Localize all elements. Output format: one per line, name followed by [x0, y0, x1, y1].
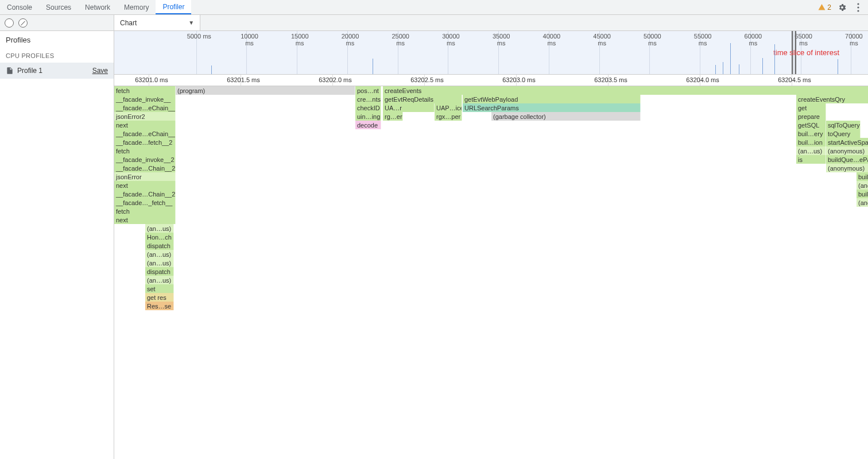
chevron-down-icon: ▼	[188, 20, 194, 26]
flame-bar[interactable]: __facade…Chain__2	[114, 190, 176, 198]
flame-bar[interactable]: getEvtWebPayload	[463, 95, 641, 103]
flame-bar[interactable]: jsonError2	[114, 112, 176, 121]
overview-spike	[730, 43, 731, 74]
flame-bar[interactable]: buil…ams	[857, 172, 868, 181]
flame-bar[interactable]: sqlToQuery	[826, 121, 861, 129]
flame-bar[interactable]: next	[114, 215, 176, 224]
overview-timeline[interactable]: 5000 ms10000 ms15000 ms20000 ms25000 ms3…	[114, 31, 868, 75]
overview-tick: 45000 ms	[599, 31, 600, 74]
tab-memory[interactable]: Memory	[117, 0, 156, 14]
flame-bar[interactable]: UAP…ice	[435, 103, 462, 112]
profiler-toolbar: Chart ▼	[0, 15, 868, 31]
flame-bar[interactable]: uin…ing	[355, 112, 381, 121]
ruler-tick: 63204.5 ms	[792, 75, 792, 86]
flame-bar[interactable]: (anonymous)	[826, 164, 868, 172]
flame-bar[interactable]: (ano…us)	[857, 181, 868, 190]
flame-bar[interactable]: next	[114, 181, 176, 190]
flame-bar[interactable]: rgx…per	[435, 112, 462, 121]
flame-bar[interactable]: dispatch	[145, 267, 174, 276]
overview-spike	[373, 59, 373, 74]
flame-bar[interactable]: prepare	[796, 112, 826, 121]
overview-tick: 70000 ms	[851, 31, 851, 74]
flame-bar[interactable]: startActiveSpan	[826, 138, 868, 146]
record-button[interactable]	[5, 18, 14, 28]
flame-bar[interactable]: (an…us)	[796, 146, 826, 155]
tab-profiler[interactable]: Profiler	[156, 0, 191, 14]
flame-bar[interactable]: __facade_invoke__2	[114, 155, 176, 164]
flame-bar[interactable]: is	[796, 155, 826, 164]
warning-count[interactable]: 2	[818, 3, 831, 11]
flame-bar[interactable]: next	[114, 121, 176, 129]
profile-item[interactable]: Profile 1 Save	[0, 63, 114, 79]
flame-bar[interactable]: set	[145, 284, 174, 293]
flame-bar[interactable]: __facade…Chain__2	[114, 164, 176, 172]
flame-bar[interactable]: (an…us)	[145, 250, 174, 259]
flame-bar[interactable]: pos…nt	[355, 86, 381, 95]
flame-bar[interactable]: (ano…us)	[857, 198, 868, 207]
flame-bar[interactable]: (an…us)	[145, 224, 174, 233]
clear-button[interactable]	[18, 18, 28, 28]
flame-bar[interactable]: Res…se	[145, 302, 174, 310]
flame-bar[interactable]: getSQL	[796, 121, 826, 129]
flame-bar[interactable]: toQuery	[826, 129, 861, 138]
flame-bar[interactable]: buil…ery	[796, 129, 826, 138]
flame-bar[interactable]: checkID	[355, 103, 381, 112]
more-button[interactable]	[853, 2, 863, 13]
overview-tick: 50000 ms	[649, 31, 650, 74]
flame-chart[interactable]: call stack fetch(program)pos…ntcreateEve…	[114, 86, 868, 459]
flame-bar[interactable]: (an…us)	[145, 276, 174, 284]
settings-button[interactable]	[837, 2, 847, 13]
flame-bar[interactable]: buildQue…eParams	[826, 155, 868, 164]
ruler-tick: 63203.0 ms	[516, 75, 517, 86]
overview-tick: 25000 ms	[398, 31, 398, 74]
svg-point-0	[857, 3, 859, 5]
flame-bar[interactable]: get	[796, 103, 826, 112]
flame-bar[interactable]: createEventsQry	[796, 95, 868, 103]
view-mode-select[interactable]: Chart ▼	[114, 15, 200, 30]
ruler-tick: 63201.0 ms	[149, 75, 149, 86]
detail-ruler[interactable]: 63201.0 ms63201.5 ms63202.0 ms63202.5 ms…	[114, 75, 868, 86]
ruler-tick: 63202.0 ms	[332, 75, 333, 86]
flame-bar[interactable]: fetch	[114, 146, 176, 155]
flame-bar[interactable]: __facade…eChain__	[114, 129, 176, 138]
tab-sources[interactable]: Sources	[39, 0, 78, 14]
profiles-sidebar: Profiles CPU PROFILES Profile 1 Save	[0, 31, 114, 459]
flame-bar[interactable]: (an…us)	[145, 259, 174, 267]
overview-spike	[715, 65, 716, 74]
kebab-icon	[857, 3, 859, 12]
flame-bar[interactable]: buil…ion	[796, 138, 826, 146]
save-profile-link[interactable]: Save	[92, 67, 108, 75]
flame-bar[interactable]: __facade…_fetch__	[114, 198, 176, 207]
flame-bar[interactable]: (garbage collector)	[491, 112, 641, 121]
flame-bar[interactable]: jsonError	[114, 172, 176, 181]
flame-bar[interactable]: rg…er	[383, 112, 403, 121]
flame-bar[interactable]: getEvtReqDetails	[383, 95, 462, 103]
flame-bar[interactable]: decode	[355, 121, 381, 129]
ruler-tick: 63201.5 ms	[241, 75, 241, 86]
overview-tick: 60000 ms	[750, 31, 751, 74]
flame-bar[interactable]: createEvents	[383, 86, 868, 95]
flame-bar[interactable]: fetch	[114, 207, 176, 215]
flame-bar[interactable]: __facade…eChain__	[114, 103, 176, 112]
flame-bar[interactable]: (anonymous)	[826, 146, 868, 155]
tab-console[interactable]: Console	[0, 0, 39, 14]
devtools-tabbar: Console Sources Network Memory Profiler …	[0, 0, 868, 15]
overview-spike	[774, 44, 775, 74]
flame-bar[interactable]: get res	[145, 293, 174, 302]
flame-bar[interactable]: URLSearchParams	[463, 103, 641, 112]
flame-bar[interactable]: (program)	[176, 86, 355, 95]
overview-tick: 40000 ms	[549, 31, 549, 74]
tab-network[interactable]: Network	[78, 0, 117, 14]
ruler-tick: 63204.0 ms	[700, 75, 700, 86]
flame-bar[interactable]: fetch	[114, 86, 176, 95]
flame-bar[interactable]: buil…ams	[857, 190, 868, 198]
flame-bar[interactable]: UA…r	[383, 103, 435, 112]
flame-bar[interactable]: cre…nts	[355, 95, 381, 103]
svg-point-1	[857, 6, 859, 8]
flame-bar[interactable]: dispatch	[145, 241, 174, 250]
overview-spike	[762, 58, 763, 74]
flame-bar[interactable]: __facade…fetch__2	[114, 138, 176, 146]
overview-tick: 35000 ms	[498, 31, 499, 74]
flame-bar[interactable]: Hon…ch	[145, 233, 174, 241]
flame-bar[interactable]: __facade_invoke__	[114, 95, 176, 103]
